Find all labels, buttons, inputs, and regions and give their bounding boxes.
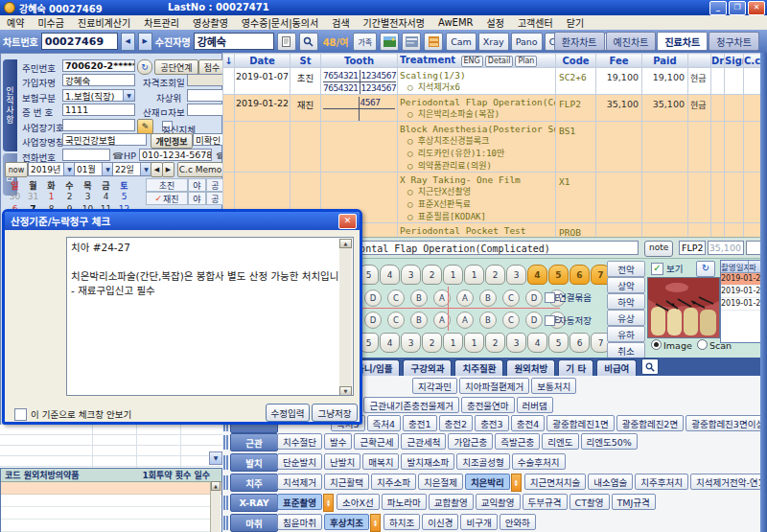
photo-list-row[interactable]: 2019-01-22 Ey [721,298,761,311]
day-select[interactable]: 22일▼ [112,162,152,176]
right-splitter[interactable] [760,53,767,532]
procedure-button-가압근충[interactable]: 가압근충 [448,433,493,450]
visit-cell-야[interactable]: 야 [188,178,206,192]
menu-item[interactable]: 닫기 [560,15,591,30]
procedure-button-광중합레진1면[interactable]: 광중합레진1면 [546,415,614,431]
tooth-lower-4[interactable]: 4 [380,333,400,353]
prev-patient-button[interactable]: ◀ [121,33,135,51]
device-button-Xray[interactable]: Xray [478,33,509,51]
menu-item[interactable]: 차트관리 [137,15,186,30]
procedure-button-치근면처치술[interactable]: 치근면처치술 [524,474,586,490]
menu-item[interactable]: 영수증|문서|동의서 [235,15,325,30]
procedure-button-리엔도50%[interactable]: 리엔도50% [581,433,638,450]
next-day-button[interactable]: ▶ [162,162,174,177]
chevron-down-icon[interactable]: ▼ [209,451,222,465]
procedure-button-근관세척[interactable]: 근관세척 [401,433,446,450]
procedure-button-즉발근충[interactable]: 즉발근충 [495,433,540,450]
search-icon[interactable] [299,33,318,51]
procedure-button-충전2[interactable]: 충전2 [439,415,474,431]
deciduous-tooth-D[interactable]: D [525,312,543,329]
card-tool-icon[interactable] [402,33,421,51]
procedure-button-내소염술[interactable]: 내소염술 [588,474,633,490]
tooth-lower-3[interactable]: 3 [401,333,421,353]
procedure-button-광중합레진2면[interactable]: 광중합레진2면 [616,415,684,431]
category-tab[interactable]: 비급여 [596,359,637,376]
procedure-button-근관내기존충전물제거[interactable]: 근관내기존충전물제거 [363,397,458,413]
menu-item[interactable]: 검색 [325,15,356,30]
deciduous-tooth-B[interactable]: B [410,289,428,307]
procedure-button-표준촬영[interactable]: 표준촬영 [277,494,322,510]
boheom-select[interactable]: 1.보험(직장)▼ [62,89,135,102]
view-checkbox[interactable]: ✓보기 [651,262,683,275]
calendar-day[interactable]: 1 [42,192,60,201]
chart-no-input[interactable]: 00027469 [41,33,118,50]
gongdan-button[interactable]: 공단연계 [154,59,198,75]
note-button[interactable]: note [644,241,673,257]
procedure-button-치아파절편제거[interactable]: 치아파절편제거 [459,378,529,394]
chart-tab[interactable]: 청구차트 [709,32,759,51]
procedure-button-지각과민[interactable]: 지각과민 [412,378,457,394]
chevron-down-icon[interactable]: ▼ [123,90,134,101]
visit-cell-초진[interactable]: 초진 [146,178,188,192]
treatment-row[interactable]: 2019-01-22재진 4567 Periodontal Flap Opera… [223,95,761,122]
procedure-button-안와하[interactable]: 안와하 [500,514,536,530]
tooth-upper-3[interactable]: 3 [506,265,526,285]
tab-personal-info[interactable]: 인적사항 [3,59,17,151]
tooth-upper-4[interactable]: 4 [527,265,547,285]
procedure-button-충전물연마[interactable]: 충전물연마 [461,397,515,413]
dialog-button-수정입력[interactable]: 수정입력 [266,404,310,422]
procedure-button-충전4[interactable]: 충전4 [511,415,546,431]
calendar-day[interactable]: 30 [6,192,24,201]
menu-item[interactable]: AwEMR [431,17,480,28]
close-button[interactable]: ✕ [748,1,765,15]
cc-memo-button[interactable]: C.c Memo [177,162,223,177]
tooth-upper-5[interactable]: 5 [548,265,569,285]
procedure-button-치석제거[interactable]: 치석제거 [277,474,322,490]
rx-list-row[interactable] [1,507,221,520]
menu-item[interactable]: 고객센터 [511,15,560,30]
year-select[interactable]: 2019년▼ [28,162,76,176]
tooth-upper-2[interactable]: 2 [485,265,505,285]
calendar-day[interactable]: 31 [24,192,42,201]
arch-button-유하[interactable]: 유하 [607,326,645,342]
procedure-button-단순발치[interactable]: 단순발치 [277,453,322,470]
procedure-button-근확근세[interactable]: 근확근세 [354,433,399,450]
deciduous-tooth-B[interactable]: B [410,312,428,329]
search-icon[interactable] [641,359,659,375]
refresh-icon[interactable]: ↻ [137,59,152,75]
myeong-input[interactable]: 국민건강보험 [62,133,147,146]
menu-item[interactable]: 설정 [480,15,511,30]
tooth-upper-1[interactable]: 1 [443,265,463,285]
procedure-button-충전3[interactable]: 충전3 [475,415,509,431]
menu-item[interactable]: 진료비계산기 [71,15,137,30]
privacy-button[interactable]: 개인정보 [151,133,193,149]
procedure-button-발치재소파[interactable]: 발치재소파 [401,453,454,470]
device-button-Pano[interactable]: Pano [511,33,543,51]
category-tab[interactable]: 기 타 [558,359,593,376]
deciduous-tooth-A[interactable]: A [456,312,474,329]
procedure-button-하치조[interactable]: 하치조 [384,514,420,530]
calendar-day[interactable]: 5 [115,192,133,201]
tooth-upper-2[interactable]: 2 [422,265,442,285]
jumin-input[interactable]: 700620-2****** [62,59,135,72]
link-group-checkbox[interactable]: 연결묶음 [545,290,592,304]
note-code-box[interactable]: FLP2 [679,241,706,255]
header-button-Detail[interactable]: Detail [485,56,514,67]
image-radio[interactable]: Image [651,339,692,351]
calendar-day[interactable]: 2 [60,192,79,201]
drawer-tool-icon[interactable] [424,33,443,51]
month-select[interactable]: 01월▼ [74,162,114,176]
procedure-button-충전1[interactable]: 충전1 [403,415,437,431]
procedure-button-치근활택[interactable]: 치근활택 [324,474,369,490]
procedure-button-TMJ규격[interactable]: TMJ규격 [612,494,656,510]
stepper-icon[interactable]: ▲▼ [323,494,334,512]
note-treatment-input[interactable]: Periodontal Flap Operation(Complicated) [322,241,639,255]
deciduous-tooth-C[interactable]: C [502,289,520,307]
visit-cell-재진[interactable]: ✓재진 [146,192,188,205]
stepper-icon[interactable]: ▲▼ [511,474,522,492]
deciduous-tooth-B[interactable]: B [479,312,497,329]
thumbnail-tool-icon[interactable] [380,33,399,51]
hp-input[interactable]: 010-1234-5678 [139,149,212,161]
procedure-button-교합촬영[interactable]: 교합촬영 [429,494,474,510]
menu-item[interactable]: 미수금 [31,15,71,30]
